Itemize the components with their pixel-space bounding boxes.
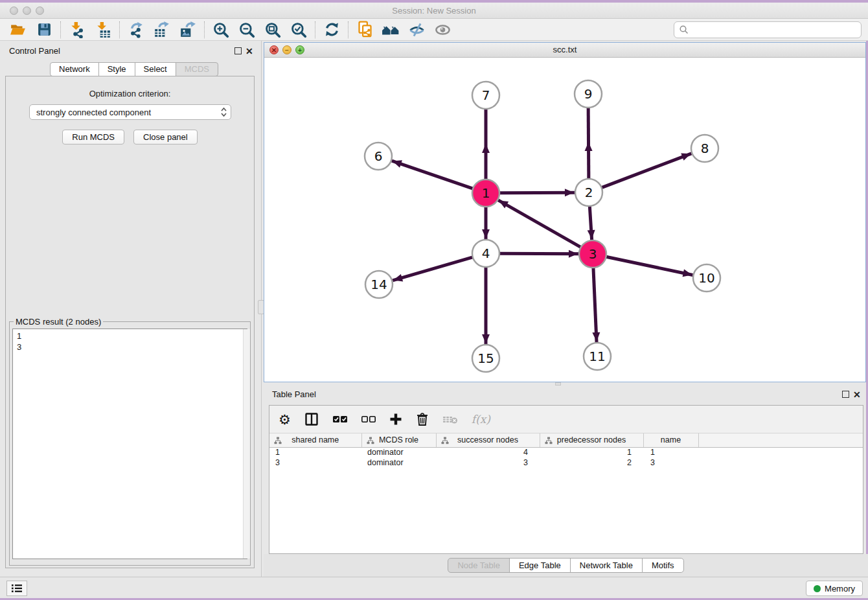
- zoom-window-button[interactable]: [36, 6, 44, 15]
- tab-mcds[interactable]: MCDS: [176, 62, 218, 76]
- export-network-button[interactable]: [123, 19, 149, 40]
- zoom-selected-button[interactable]: [286, 19, 312, 40]
- table-settings-button[interactable]: ⚙: [279, 413, 291, 426]
- table-row[interactable]: 1dominator411: [269, 447, 863, 457]
- table-cell[interactable]: 3: [643, 457, 698, 468]
- add-button[interactable]: [389, 413, 402, 426]
- session-title: Session: New Session: [0, 3, 868, 19]
- graph-edge-4-3[interactable]: [499, 253, 578, 254]
- criterion-dropdown[interactable]: strongly connected component: [29, 104, 231, 120]
- tab-edge-table[interactable]: Edge Table: [509, 558, 571, 573]
- export-image-button[interactable]: [175, 19, 201, 40]
- graph-edge-3-11[interactable]: [593, 268, 597, 342]
- delete-button[interactable]: [416, 412, 429, 426]
- float-panel-icon[interactable]: [234, 47, 242, 54]
- table-row[interactable]: 3dominator323: [269, 457, 863, 468]
- tab-motifs[interactable]: Motifs: [642, 558, 684, 573]
- memory-button[interactable]: Memory: [806, 581, 863, 596]
- tab-select[interactable]: Select: [135, 62, 176, 76]
- show-all-button[interactable]: [429, 19, 455, 40]
- zoom-fit-button[interactable]: [260, 19, 286, 40]
- table-cell[interactable]: 3: [436, 457, 540, 468]
- zoom-selected-icon: [290, 21, 307, 38]
- delete-column-icon: [442, 414, 458, 425]
- table-cell[interactable]: 4: [436, 447, 540, 457]
- table-cell[interactable]: dominator: [361, 457, 436, 468]
- graph-edge-2-8[interactable]: [602, 154, 692, 188]
- open-session-button[interactable]: [5, 19, 31, 40]
- network-zoom-button[interactable]: +: [295, 45, 304, 54]
- graph-edge-arrowhead: [393, 160, 402, 167]
- graph-edge-4-14[interactable]: [393, 257, 473, 281]
- float-table-panel-icon[interactable]: [842, 391, 849, 398]
- network-window-titlebar[interactable]: scc.txt ✕ − +: [264, 43, 865, 58]
- close-table-panel-icon[interactable]: ✕: [853, 390, 861, 399]
- table-cell[interactable]: 2: [540, 457, 643, 468]
- select-all-rows-button[interactable]: [332, 414, 347, 424]
- table-cell[interactable]: 1: [540, 447, 643, 457]
- network-canvas[interactable]: 7968124314101511: [264, 58, 865, 382]
- zoom-in-button[interactable]: [208, 19, 234, 40]
- network-close-button[interactable]: ✕: [269, 45, 279, 54]
- graph-node-label: 3: [589, 246, 597, 262]
- tab-node-table[interactable]: Node Table: [448, 558, 510, 573]
- export-table-button[interactable]: [149, 19, 175, 40]
- show-columns-button[interactable]: [304, 412, 319, 426]
- memory-button-label: Memory: [825, 584, 855, 594]
- import-table-button[interactable]: [90, 19, 116, 40]
- delete-column-button[interactable]: [442, 414, 458, 425]
- graph-node-label: 9: [584, 86, 593, 102]
- select-all-icon: [332, 414, 347, 424]
- application-window: Session: New Session: [0, 0, 868, 600]
- hide-selected-button[interactable]: [404, 19, 429, 40]
- graph-edge-3-10[interactable]: [606, 257, 693, 275]
- zoom-in-icon: [212, 21, 229, 38]
- function-builder-button[interactable]: f(x): [472, 413, 490, 426]
- search-input[interactable]: [689, 23, 861, 36]
- column-header-name[interactable]: name: [643, 433, 698, 447]
- close-panel-button[interactable]: Close panel: [133, 130, 198, 144]
- graph-edge-arrowhead: [592, 332, 600, 341]
- zoom-fit-icon: [264, 21, 281, 38]
- show-panels-button[interactable]: [6, 581, 27, 596]
- clone-network-button[interactable]: [352, 19, 378, 40]
- home-button[interactable]: [378, 19, 404, 40]
- graph-node-label: 8: [701, 141, 709, 156]
- refresh-button[interactable]: [319, 19, 345, 40]
- table-cell[interactable]: dominator: [361, 447, 436, 457]
- run-mcds-button[interactable]: Run MCDS: [62, 130, 124, 144]
- close-window-button[interactable]: [10, 6, 18, 15]
- close-panel-icon[interactable]: ✕: [246, 47, 253, 56]
- network-graph[interactable]: 7968124314101511: [264, 58, 865, 382]
- import-network-button[interactable]: [64, 19, 90, 40]
- search-box[interactable]: [674, 21, 862, 38]
- table-cell[interactable]: 1: [643, 447, 698, 457]
- minimize-window-button[interactable]: [23, 6, 31, 15]
- tab-style[interactable]: Style: [98, 62, 135, 76]
- node-table-container: ⚙ f(x) shared: [269, 405, 863, 554]
- table-cell[interactable]: 3: [269, 457, 361, 468]
- network-view-window: scc.txt ✕ − + 7968124314101511: [264, 42, 866, 382]
- graph-edge-1-6[interactable]: [392, 161, 473, 189]
- eye-slash-icon: [408, 21, 426, 38]
- save-session-button[interactable]: [31, 19, 57, 40]
- column-header-predecessor-nodes[interactable]: predecessor nodes: [540, 433, 643, 447]
- deselect-all-rows-button[interactable]: [361, 414, 376, 424]
- node-table-body: 1dominator4113dominator323: [269, 447, 863, 468]
- mcds-result-scrollbar[interactable]: [243, 329, 250, 559]
- graph-edge-1-2[interactable]: [499, 192, 575, 193]
- table-cell[interactable]: 1: [269, 447, 361, 457]
- graph-edge-arrowhead: [482, 334, 490, 343]
- graph-node-label: 10: [698, 270, 714, 286]
- column-header-successor-nodes[interactable]: successor nodes: [436, 433, 540, 447]
- column-header-mcds-role[interactable]: MCDS role: [361, 433, 436, 447]
- zoom-out-button[interactable]: [234, 19, 260, 40]
- column-header-shared-name[interactable]: shared name: [269, 433, 361, 447]
- titlebar: Session: New Session: [0, 3, 868, 19]
- graph-edge-3-1[interactable]: [498, 200, 581, 248]
- network-minimize-button[interactable]: −: [282, 45, 291, 54]
- mcds-result-text[interactable]: 1 3: [12, 329, 247, 559]
- mcds-buttons-row: Run MCDS Close panel: [6, 130, 254, 144]
- tab-network-table[interactable]: Network Table: [570, 558, 643, 573]
- tab-network[interactable]: Network: [50, 62, 99, 76]
